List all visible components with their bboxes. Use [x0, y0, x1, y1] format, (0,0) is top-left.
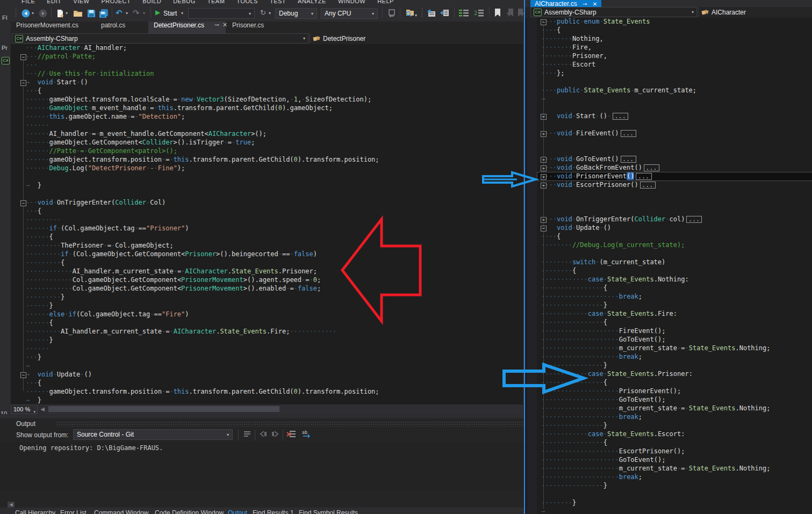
word-wrap-icon[interactable]: ab	[302, 430, 312, 439]
comment-icon[interactable]	[459, 9, 469, 17]
menu-help[interactable]: HELP	[377, 0, 394, 4]
menu-test[interactable]: TEST	[270, 0, 286, 4]
menu-build[interactable]: BUILD	[142, 0, 161, 4]
panel-tab-command-window[interactable]: Command Window	[94, 509, 148, 514]
menu-file[interactable]: FILE	[21, 0, 35, 4]
right-code-editor[interactable]: −+++++++− ····public·enum·State_Events··…	[525, 18, 812, 514]
collapsed-region-box[interactable]: ...	[686, 216, 702, 223]
next-message-icon[interactable]	[271, 430, 281, 439]
code-line: ····················EscortPrisoner();	[541, 447, 685, 456]
pin-icon[interactable]: ⊸	[583, 1, 587, 7]
refresh-icon[interactable]: ↻	[260, 9, 266, 17]
tab-prisonermovement[interactable]: PrisonerMovement.cs	[11, 21, 84, 33]
code-line: → void·Start·()	[26, 78, 88, 87]
refresh-dropdown[interactable]: ▾	[269, 11, 271, 16]
menu-edit[interactable]: EDIT	[47, 0, 61, 4]
collapsed-region-box[interactable]: ...	[621, 156, 636, 163]
panel-tab-output[interactable]: Output	[228, 509, 247, 514]
menu-analyze[interactable]: ANALYZE	[298, 0, 326, 4]
collapsed-region-box[interactable]: ...	[636, 173, 651, 180]
new-file-dropdown[interactable]: ▾	[66, 11, 68, 16]
code-line: ········Nothing,	[541, 35, 603, 44]
member-dropdown[interactable]: DetectPrisoner	[310, 33, 522, 44]
find-in-files-icon[interactable]	[405, 9, 414, 17]
code-line: ······//Patte·=·GetComponent<patrol>();	[26, 147, 177, 156]
find-dropdown[interactable]: ▾	[415, 13, 417, 18]
code-line: → void·Update·()	[26, 371, 92, 379]
save-all-icon[interactable]	[99, 9, 109, 18]
save-icon[interactable]	[87, 9, 96, 18]
output-source-combo[interactable]: Source Control - Git▾	[73, 429, 233, 440]
solution-platform-combo[interactable]: Any CPU▾	[321, 8, 378, 19]
horizontal-scrollbar[interactable]	[47, 404, 523, 414]
undo-icon[interactable]: ↶	[116, 8, 123, 18]
panel-tab-call-hierarchy[interactable]: Call Hierarchy	[15, 509, 55, 514]
svg-text:ab: ab	[302, 430, 307, 435]
menu-project[interactable]: PROJECT	[101, 0, 131, 4]
redo-dropdown[interactable]: ▾	[143, 11, 145, 16]
toolbar-search-combo[interactable]: ▾	[188, 8, 255, 19]
zoom-level-control[interactable]: 100 %▾	[11, 404, 38, 414]
left-code-editor[interactable]: −−−− ···AICharacter·AI_handler;···//patr…	[11, 44, 523, 404]
menu-team[interactable]: TEAM	[207, 0, 225, 4]
visual-studio-window: FILEEDITVIEWPROJECTBUILDDEBUGTEAMTOOLSTE…	[0, 0, 812, 514]
navigate-forward-icon[interactable]	[39, 9, 47, 18]
collapsed-region-box[interactable]: ...	[644, 164, 659, 171]
bookmark-prev-icon[interactable]	[506, 9, 514, 17]
output-log-line: Opening repository: D:\BigGame-FRAUS.	[19, 444, 163, 452]
panel-splitter[interactable]	[0, 414, 524, 418]
code-line: ······gameObject.GetComponent<Collider>(…	[26, 139, 255, 147]
undo-dropdown[interactable]: ▾	[126, 11, 128, 16]
hscroll-left-arrow[interactable]: ◀	[39, 404, 46, 414]
start-debug-icon[interactable]: ▶	[155, 9, 160, 16]
navigate-file-back-icon[interactable]	[427, 9, 436, 17]
previous-message-icon[interactable]	[259, 430, 269, 439]
clear-all-icon[interactable]	[286, 430, 296, 439]
menu-view[interactable]: VIEW	[73, 0, 89, 4]
attach-icon[interactable]	[387, 9, 396, 18]
tab-prisoner[interactable]: Prisoner.cs	[227, 21, 269, 33]
member-dropdown[interactable]: AICharacter	[698, 7, 811, 17]
code-line: ·········ThePrisoner·=·Col.gameObject;	[26, 242, 174, 250]
tab-aicharacter[interactable]: AICharacter.cs ⊸ ✕	[530, 0, 601, 7]
menu-tools[interactable]: TOOLS	[236, 0, 258, 4]
uncomment-icon[interactable]: 2	[474, 9, 484, 17]
collapsed-region-box[interactable]: ...	[613, 113, 628, 120]
menu-debug[interactable]: DEBUG	[173, 0, 196, 4]
start-dropdown[interactable]: ▾	[181, 11, 183, 16]
code-line: ·········}	[26, 293, 64, 302]
panel-tab-find-symbol-results[interactable]: Find Symbol Results	[299, 509, 358, 514]
open-file-icon[interactable]	[73, 10, 83, 17]
copy-lines-icon[interactable]	[440, 9, 450, 17]
toolbar-drag-handle[interactable]	[421, 8, 423, 18]
new-file-icon[interactable]	[56, 9, 64, 18]
output-hscroll-left-arrow[interactable]: ◀	[8, 502, 15, 508]
code-line: ····················GoToEvent();	[541, 456, 665, 465]
menu-window[interactable]: WINDOW	[338, 0, 365, 4]
panel-tab-error-list[interactable]: Error List	[60, 509, 87, 514]
output-panel-title: Output	[16, 420, 35, 428]
scrollbar-thumb[interactable]	[48, 406, 279, 412]
collapsed-region-box[interactable]: ...	[640, 182, 656, 189]
code-line: ···//·Use·this·for·initialization	[26, 70, 154, 78]
pin-icon[interactable]: ⊸	[214, 21, 219, 28]
code-line: ················{	[541, 284, 607, 293]
navigate-backward-dropdown[interactable]: ▾	[32, 11, 34, 16]
tab-patrol[interactable]: patrol.cs	[96, 21, 131, 33]
redo-icon[interactable]: ↷	[133, 8, 140, 18]
toolbar-separator	[255, 430, 255, 440]
bookmark-icon[interactable]	[494, 9, 501, 17]
navigate-backward-icon[interactable]	[21, 9, 30, 18]
output-options-icon[interactable]	[243, 430, 253, 439]
toolbar-drag-handle[interactable]	[15, 8, 17, 18]
start-button[interactable]: Start	[163, 10, 177, 17]
project-dropdown[interactable]: C# Assembly-CSharp ▾	[12, 33, 308, 44]
panel-tab-code-definition-window[interactable]: Code Definition Window	[155, 509, 224, 514]
solution-configuration-combo[interactable]: Debug▾	[275, 8, 317, 19]
collapsed-region-box[interactable]: ...	[621, 130, 636, 137]
panel-tab-find-results-1[interactable]: Find Results 1	[253, 509, 294, 514]
project-dropdown[interactable]: C# Assembly-CSharp ▾	[530, 7, 697, 17]
close-icon[interactable]: ✕	[593, 1, 597, 7]
code-line: ····void·GoToEvent()...	[541, 155, 636, 164]
output-content[interactable]: Opening repository: D:\BigGame-FRAUS.	[0, 442, 524, 489]
